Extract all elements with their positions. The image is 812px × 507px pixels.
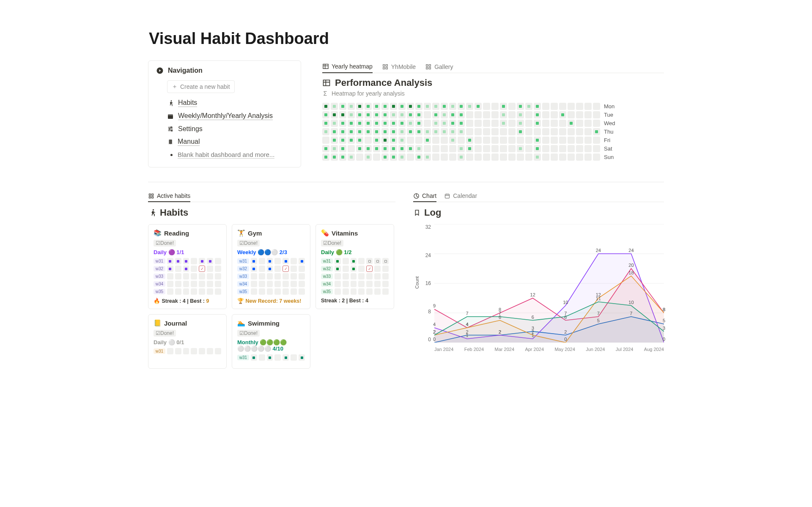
habit-card[interactable]: 📒Journal☑Done!Daily ⚪ 0/1w31: [148, 314, 227, 369]
habit-day-cell[interactable]: [259, 258, 265, 264]
habit-day-cell[interactable]: [267, 354, 273, 361]
heatmap-cell[interactable]: [458, 103, 465, 110]
heatmap-cell[interactable]: [525, 145, 532, 152]
heatmap-cell[interactable]: [517, 120, 524, 127]
heatmap-cell[interactable]: [534, 111, 541, 118]
habit-day-cell[interactable]: [199, 281, 205, 287]
heatmap-cell[interactable]: [534, 103, 541, 110]
habit-day-cell[interactable]: [175, 266, 181, 272]
heatmap-cell[interactable]: [517, 145, 524, 152]
habit-day-cell[interactable]: [274, 258, 281, 264]
habit-day-cell[interactable]: [283, 273, 289, 280]
heatmap-cell[interactable]: [475, 120, 482, 127]
tab-yhmobile[interactable]: YhMobile: [382, 61, 416, 73]
habit-day-cell[interactable]: [183, 258, 189, 264]
heatmap-cell[interactable]: [415, 128, 422, 135]
heatmap-cell[interactable]: [381, 128, 389, 135]
habit-day-cell[interactable]: [358, 266, 365, 272]
habit-day-cell[interactable]: [299, 281, 305, 287]
heatmap-cell[interactable]: [559, 103, 566, 110]
habit-day-cell[interactable]: [291, 266, 297, 272]
heatmap-cell[interactable]: [381, 111, 389, 118]
heatmap-cell[interactable]: [432, 111, 439, 118]
heatmap-cell[interactable]: [593, 111, 600, 118]
heatmap-cell[interactable]: [466, 120, 473, 127]
heatmap-cell[interactable]: [415, 153, 422, 161]
heatmap-cell[interactable]: [373, 128, 380, 135]
habit-day-cell[interactable]: [335, 258, 341, 264]
habit-day-cell[interactable]: [191, 258, 197, 264]
heatmap-cell[interactable]: [381, 153, 389, 161]
heatmap-cell[interactable]: [322, 145, 329, 152]
heatmap-cell[interactable]: [508, 153, 516, 161]
heatmap-cell[interactable]: [356, 120, 363, 127]
heatmap-cell[interactable]: [441, 153, 448, 161]
habit-day-cell[interactable]: [259, 354, 265, 361]
habit-day-cell[interactable]: [274, 273, 281, 280]
heatmap-cell[interactable]: [500, 103, 507, 110]
habit-day-cell[interactable]: [382, 273, 389, 280]
heatmap-cell[interactable]: [568, 111, 575, 118]
habit-day-cell[interactable]: [343, 273, 349, 280]
heatmap-cell[interactable]: [339, 128, 346, 135]
habit-day-cell[interactable]: [175, 258, 181, 264]
heatmap-cell[interactable]: [584, 128, 592, 135]
heatmap-cell[interactable]: [568, 120, 575, 127]
heatmap-cell[interactable]: [466, 103, 473, 110]
habit-day-cell[interactable]: [343, 281, 349, 287]
heatmap-cell[interactable]: [331, 128, 338, 135]
habit-day-cell[interactable]: [283, 258, 289, 264]
heatmap-cell[interactable]: [348, 120, 355, 127]
heatmap-cell[interactable]: [365, 153, 372, 161]
heatmap-cell[interactable]: [576, 120, 583, 127]
habit-day-cell[interactable]: [351, 258, 357, 264]
heatmap-cell[interactable]: [483, 103, 490, 110]
heatmap-cell[interactable]: [475, 111, 482, 118]
habit-day-cell[interactable]: [167, 281, 173, 287]
tab-gallery[interactable]: Gallery: [425, 61, 453, 73]
habit-day-cell[interactable]: [374, 281, 381, 287]
heatmap-cell[interactable]: [551, 137, 558, 144]
habit-day-cell[interactable]: [191, 348, 197, 354]
heatmap-cell[interactable]: [568, 103, 575, 110]
habit-day-cell[interactable]: [382, 266, 389, 272]
habit-day-cell[interactable]: [191, 266, 197, 272]
heatmap-cell[interactable]: [407, 128, 414, 135]
heatmap-cell[interactable]: [568, 145, 575, 152]
heatmap-cell[interactable]: [407, 137, 414, 144]
heatmap-cell[interactable]: [424, 145, 431, 152]
heatmap-cell[interactable]: [593, 145, 600, 152]
heatmap-cell[interactable]: [458, 137, 465, 144]
heatmap-cell[interactable]: [339, 111, 346, 118]
heatmap-cell[interactable]: [398, 137, 406, 144]
heatmap-cell[interactable]: [365, 128, 372, 135]
heatmap-cell[interactable]: [390, 137, 397, 144]
habit-day-cell[interactable]: ✓: [366, 266, 373, 272]
heatmap-cell[interactable]: [365, 103, 372, 110]
heatmap-cell[interactable]: [348, 128, 355, 135]
habit-day-cell[interactable]: [259, 288, 265, 295]
habit-day-cell[interactable]: [251, 258, 257, 264]
habit-day-cell[interactable]: [215, 288, 221, 295]
heatmap-cell[interactable]: [593, 120, 600, 127]
heatmap-cell[interactable]: [483, 111, 490, 118]
heatmap-cell[interactable]: [475, 103, 482, 110]
habit-day-cell[interactable]: [259, 266, 265, 272]
heatmap-cell[interactable]: [534, 120, 541, 127]
heatmap-cell[interactable]: [491, 137, 499, 144]
heatmap-cell[interactable]: [593, 103, 600, 110]
heatmap-cell[interactable]: [542, 120, 549, 127]
heatmap-cell[interactable]: [559, 111, 566, 118]
heatmap-cell[interactable]: [517, 137, 524, 144]
yearly-heatmap[interactable]: MonTueWedThuFriSatSun: [322, 103, 664, 161]
habit-day-cell[interactable]: [274, 354, 281, 361]
habit-card[interactable]: 🏊Swimming☑Done!Monthly 🟢🟢🟢🟢⚪⚪⚪⚪⚪ 4/10w31: [232, 314, 310, 369]
heatmap-cell[interactable]: [568, 137, 575, 144]
habit-day-cell[interactable]: [267, 258, 273, 264]
heatmap-cell[interactable]: [348, 145, 355, 152]
heatmap-cell[interactable]: [415, 145, 422, 152]
heatmap-cell[interactable]: [331, 111, 338, 118]
create-new-habit-button[interactable]: ＋ Create a new habit: [167, 80, 235, 93]
habit-day-cell[interactable]: [366, 273, 373, 280]
heatmap-cell[interactable]: [483, 145, 490, 152]
